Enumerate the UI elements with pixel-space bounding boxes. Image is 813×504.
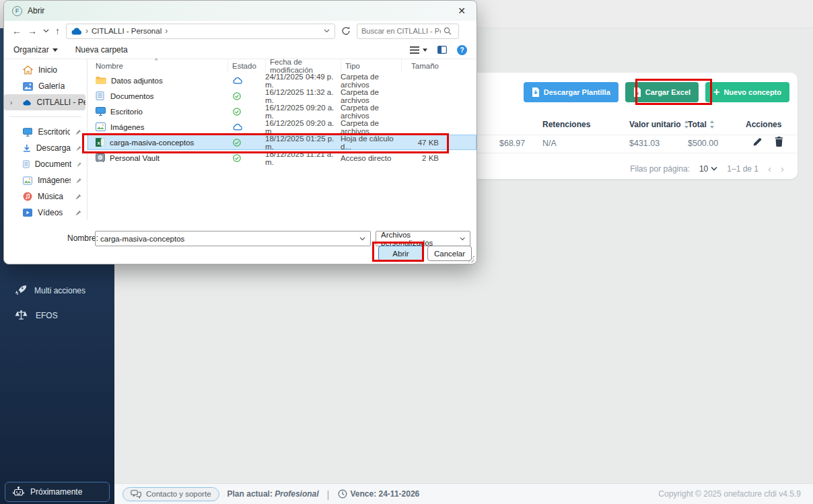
- rows-per-page-select[interactable]: 10: [699, 164, 717, 174]
- nav-item-onedrive[interactable]: › CITLALLI - Perso: [4, 94, 85, 110]
- open-button[interactable]: Abrir: [378, 246, 423, 261]
- pagination-range: 1–1 de 1: [727, 164, 758, 174]
- expander-chevron-icon[interactable]: ›: [10, 99, 12, 106]
- close-icon[interactable]: ✕: [455, 5, 468, 16]
- scales-icon: [15, 310, 28, 321]
- nav-item-imagenes[interactable]: Imágenes: [4, 172, 87, 188]
- column-header-valor-unitario[interactable]: Valor unitario: [629, 120, 689, 129]
- column-header-tipo[interactable]: Tipo: [341, 59, 401, 73]
- coming-soon-button[interactable]: Próximamente: [5, 482, 110, 502]
- edit-pencil-icon[interactable]: [752, 137, 763, 147]
- onedrive-icon: [23, 99, 32, 106]
- breadcrumb-path[interactable]: CITLALLI - Personal: [92, 27, 162, 35]
- forward-icon[interactable]: →: [28, 26, 37, 36]
- file-row[interactable]: Datos adjuntos 24/11/2025 04:49 p. m. Ca…: [87, 73, 476, 88]
- dialog-toolbar: Organizar Nueva carpeta ?: [4, 41, 476, 59]
- plan-text: Plan actual: Profesional: [227, 489, 319, 499]
- nav-item-musica[interactable]: Música: [4, 188, 87, 205]
- refresh-icon[interactable]: [341, 26, 351, 36]
- dialog-nav-pane: Inicio Galería › CITLALLI - Perso Escrit…: [4, 59, 87, 220]
- column-header-nombre[interactable]: Nombre ^: [96, 59, 227, 73]
- new-folder-button[interactable]: Nueva carpeta: [75, 45, 128, 55]
- filetype-select[interactable]: Archivos personalizados: [376, 231, 470, 246]
- coming-soon-label: Próximamente: [30, 487, 82, 497]
- search-input[interactable]: [361, 27, 441, 35]
- documents-folder-icon: [96, 92, 106, 100]
- copyright-text: Copyright © 2025 onefacture cfdi v4.5.9: [658, 489, 813, 499]
- organize-menu[interactable]: Organizar: [13, 45, 58, 55]
- sidebar-item-efos[interactable]: EFOS: [0, 303, 114, 328]
- cloud-status-icon: [233, 77, 242, 84]
- address-dropdown-chevron-icon[interactable]: [324, 29, 330, 33]
- file-list: Nombre ^ Estado Fecha de modificación Ti…: [87, 59, 476, 220]
- search-box[interactable]: [357, 24, 459, 39]
- excel-file-icon: x: [96, 138, 105, 147]
- column-header-fecha[interactable]: Fecha de modificación: [265, 59, 341, 73]
- download-template-button[interactable]: Descargar Plantilla: [524, 82, 618, 102]
- cell-valor-unitario: $431.03: [629, 139, 660, 148]
- dialog-navbar: ← → ↑ › CITLALLI - Personal ›: [4, 21, 476, 41]
- new-concept-button[interactable]: + Nuevo concepto: [705, 82, 789, 102]
- address-bar[interactable]: › CITLALLI - Personal ›: [66, 24, 335, 39]
- file-row[interactable]: Imágenes 16/12/2025 09:20 a. m. Carpeta …: [87, 119, 476, 135]
- contact-label: Contacto y soporte: [146, 490, 211, 498]
- pictures-folder-icon: [96, 122, 106, 131]
- file-row-selected[interactable]: x carga-masiva-conceptos 18/12/2025 01:2…: [87, 135, 476, 150]
- cell-total: $500.00: [688, 139, 718, 148]
- pin-icon: [76, 145, 81, 151]
- filename-field[interactable]: [95, 231, 371, 246]
- file-row[interactable]: Documentos 16/12/2025 11:32 a. m. Carpet…: [87, 88, 476, 104]
- breadcrumb-separator: ›: [165, 26, 168, 36]
- back-icon[interactable]: ←: [12, 26, 22, 36]
- column-header-retenciones[interactable]: Retenciones: [542, 120, 590, 129]
- nav-item-galeria[interactable]: Galería: [4, 78, 87, 94]
- nav-item-documentos[interactable]: Documentos: [4, 156, 87, 172]
- clock-icon: [338, 489, 347, 499]
- chevron-down-icon: [423, 48, 427, 52]
- excel-file-icon: x: [633, 87, 641, 97]
- sidebar-item-multi-acciones[interactable]: Multi acciones: [0, 278, 114, 303]
- column-header-tamano[interactable]: Tamaño: [401, 59, 439, 73]
- up-icon[interactable]: ↑: [55, 26, 60, 36]
- sort-ascending-icon: ^: [155, 57, 157, 64]
- nav-item-escritorio[interactable]: Escritorio: [4, 124, 87, 140]
- file-row[interactable]: Escritorio 16/12/2025 09:20 a. m. Carpet…: [87, 104, 476, 119]
- resize-grip[interactable]: [468, 256, 474, 262]
- open-file-dialog: F Abrir ✕ ← → ↑ › CITLALLI - Personal › …: [3, 0, 477, 264]
- footer-divider: |: [327, 489, 330, 500]
- download-file-icon: [532, 87, 540, 97]
- search-icon: [444, 27, 452, 35]
- cancel-button[interactable]: Cancelar: [427, 246, 472, 261]
- button-label: Nuevo concepto: [723, 88, 781, 96]
- column-header-total[interactable]: Total: [688, 120, 715, 129]
- music-icon: [23, 192, 32, 201]
- nav-item-descargas[interactable]: Descargas: [4, 140, 87, 156]
- file-row[interactable]: Personal Vault 18/12/2025 11:21 a. m. Ac…: [87, 150, 476, 166]
- recent-locations-chevron-icon[interactable]: [43, 29, 49, 33]
- contact-support-button[interactable]: Contacto y soporte: [122, 487, 219, 501]
- preview-pane-icon[interactable]: [437, 46, 447, 54]
- app-footer: Contacto y soporte Plan actual: Profesio…: [114, 483, 813, 504]
- view-mode-button[interactable]: [410, 46, 427, 54]
- list-view-icon: [410, 46, 419, 54]
- synced-status-icon: [233, 139, 241, 147]
- nav-item-inicio[interactable]: Inicio: [4, 62, 87, 78]
- filename-input[interactable]: [100, 235, 359, 243]
- upload-excel-button[interactable]: x Cargar Excel: [625, 82, 699, 102]
- nav-item-videos[interactable]: Vídeos: [4, 205, 87, 221]
- dialog-titlebar: F Abrir ✕: [4, 1, 476, 21]
- sort-icon: [709, 120, 715, 129]
- pin-icon: [75, 210, 81, 216]
- vault-icon: [96, 153, 105, 162]
- column-header-estado[interactable]: Estado: [227, 59, 265, 73]
- dialog-app-icon: F: [12, 6, 22, 16]
- chevron-down-icon[interactable]: [359, 237, 365, 241]
- help-icon[interactable]: ?: [457, 45, 467, 55]
- pin-icon: [76, 178, 81, 184]
- next-page-chevron[interactable]: ›: [781, 163, 784, 174]
- svg-text:x: x: [636, 90, 639, 96]
- chevron-down-icon: [460, 237, 465, 241]
- prev-page-chevron[interactable]: ‹: [768, 163, 771, 174]
- nav-divider: [9, 116, 81, 117]
- delete-trash-icon[interactable]: [775, 137, 783, 147]
